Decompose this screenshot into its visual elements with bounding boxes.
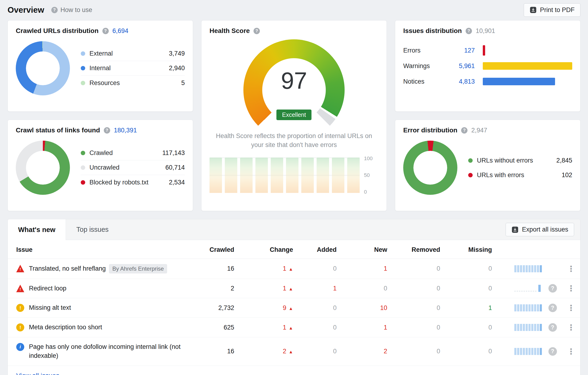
distribution-count-link[interactable]: 5,961 [445,63,475,70]
change-value: 1 [283,265,286,272]
y-tick: 100 [364,155,373,161]
added-value: 0 [333,304,336,311]
change-cell: 9 [234,298,293,318]
new-value: 10 [380,304,387,311]
removed-value: 0 [437,285,440,292]
kebab-menu-icon[interactable] [567,284,575,293]
missing-value: 1 [488,304,492,311]
column-header-issue[interactable]: Issue [8,240,194,259]
change-cell: 1 [234,259,293,279]
help-circle-icon[interactable] [466,28,472,34]
issue-link[interactable]: Redirect loop [29,285,66,292]
legend-dot [81,165,85,170]
legend-label: URLs with errors [477,171,524,179]
legend-value: 60,714 [165,164,185,171]
issues-distribution-title: Issues distribution [403,27,462,35]
new-value: 0 [384,285,387,292]
issues-tabbar: What's new Top issues Export all issues [8,219,580,240]
distribution-label: Notices [403,78,445,85]
issue-link[interactable]: Missing alt text [29,304,71,311]
crawl-status-donut-chart [16,141,70,195]
help-icon[interactable] [548,304,557,312]
legend-dot [81,66,85,70]
added-value: 1 [333,285,336,292]
kebab-menu-icon[interactable] [567,303,575,312]
trend-bar [317,158,329,193]
up-triangle-icon [289,306,293,311]
legend-value: 2,534 [169,179,185,186]
kebab-menu-icon[interactable] [567,264,575,273]
legend-dot [81,180,85,185]
crawl-status-card: Crawl status of links found 180,391 Craw… [8,120,193,211]
crawled-value: 16 [227,348,234,355]
health-score-trend-chart: 100 50 0 [210,158,378,193]
column-header-new[interactable]: New [336,240,387,259]
column-header-added[interactable]: Added [293,240,336,259]
column-header-crawled[interactable]: Crawled [194,240,234,259]
legend-label: Blocked by robots.txt [89,179,148,186]
issue-table-row: ! Missing alt text 2,732 9 0 10 0 1 [8,298,580,318]
change-cell: 2 [234,337,293,365]
legend-value: 2,940 [169,64,185,72]
up-triangle-icon [289,326,293,331]
trend-bar [240,158,252,193]
change-value: 2 [283,348,286,355]
help-circle-icon[interactable] [253,28,260,34]
tab-whats-new[interactable]: What's new [8,219,66,240]
how-to-use-link[interactable]: How to use [51,6,92,14]
missing-value: 0 [488,348,492,355]
help-icon[interactable] [548,284,557,293]
legend-label: External [89,50,113,57]
column-header-change[interactable]: Change [234,240,293,259]
crawled-urls-total-link[interactable]: 6,694 [113,27,128,35]
removed-value: 0 [437,348,440,355]
trend-sparkline [514,348,543,355]
trend-bar [225,158,237,193]
help-icon[interactable] [548,347,557,356]
health-score-title: Health Score [210,27,250,35]
issue-table-row: ! Translated, no self hreflangBy Ahrefs … [8,259,580,279]
legend-label: Resources [89,79,120,87]
issue-link[interactable]: Translated, no self hreflang [29,265,106,272]
help-circle-icon [51,7,58,13]
legend-item: URLs without errors 2,845 [468,153,572,168]
legend-dot [81,81,85,85]
trend-sparkline [514,285,543,292]
change-value: 1 [283,285,286,292]
help-circle-icon[interactable] [461,127,467,134]
new-value: 1 [384,324,387,331]
column-header-missing[interactable]: Missing [440,240,492,259]
distribution-bar-track [483,78,572,85]
how-to-use-label: How to use [61,6,92,14]
tab-top-issues[interactable]: Top issues [66,219,119,240]
kebab-menu-icon[interactable] [567,347,575,356]
issue-table-row: ! Redirect loop 2 1 1 0 0 0 [8,279,580,298]
issue-link[interactable]: Page has only one dofollow incoming inte… [29,343,180,359]
trend-bar [347,158,360,193]
crawl-status-total-link[interactable]: 180,391 [114,127,137,134]
distribution-count-link[interactable]: 4,813 [445,78,475,85]
distribution-count-link[interactable]: 127 [445,47,475,54]
legend-dot [81,51,85,56]
legend-item: Internal 2,940 [81,61,185,76]
column-header-removed[interactable]: Removed [387,240,440,259]
legend-value: 3,749 [169,50,185,57]
change-cell: 1 [234,318,293,337]
issue-link[interactable]: Meta description too short [29,324,102,331]
help-icon[interactable] [548,323,557,332]
kebab-menu-icon[interactable] [567,323,575,332]
error-distribution-card: Error distribution 2,947 URLs without er… [395,120,580,211]
new-value: 2 [384,348,387,355]
help-circle-icon[interactable] [104,127,110,134]
view-all-issues-link[interactable]: View all issues [16,372,59,375]
help-circle-icon[interactable] [102,28,109,34]
trend-bar [332,158,344,193]
y-tick: 0 [364,189,367,195]
trend-bar [255,158,268,193]
export-all-issues-button[interactable]: Export all issues [506,223,574,236]
severity-icon: i [16,343,24,351]
crawled-urls-card: Crawled URLs distribution 6,694 External… [8,20,193,112]
legend-dot [468,173,473,177]
print-to-pdf-button[interactable]: Print to PDF [524,3,580,17]
page-title: Overview [8,5,44,15]
